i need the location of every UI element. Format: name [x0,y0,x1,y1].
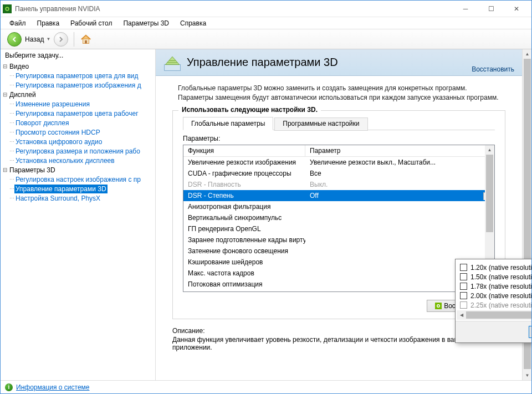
table-row[interactable]: Потоковая оптимизация [183,279,494,290]
cell-parameter [305,239,494,241]
menu-3d[interactable]: Параметры 3D [119,18,173,28]
table-row[interactable]: Кэширование шейдеров [183,257,494,268]
menu-edit[interactable]: Правка [33,18,64,28]
cell-function: Увеличение резкости изображения [183,158,305,167]
tab-program[interactable]: Программные настройки [274,117,367,131]
params-table: Функция Параметр Увеличение резкости изо… [183,145,495,292]
restore-defaults-link[interactable]: Восстановить [472,65,514,73]
tree-item[interactable]: ⋯Регулировка параметров цвета для вид [9,71,154,80]
table-row[interactable]: Макс. частота кадров [183,268,494,279]
cell-function: Макс. частота кадров [183,269,305,278]
back-label[interactable]: Назад [25,35,44,43]
column-parameter[interactable]: Параметр [305,145,494,156]
popup-option[interactable]: 2.00x (native resolution) [459,291,531,300]
back-dropdown-icon[interactable]: ▼ [46,37,50,42]
nvidia-mini-icon [435,303,442,309]
tree-item[interactable]: ⋯Изменение разрешения [9,99,154,109]
tab-global[interactable]: Глобальные параметры [183,117,273,130]
toolbar: Назад ▼ [1,29,531,49]
cell-function: CUDA - графические процессоры [183,169,305,178]
table-row[interactable]: Затенение фонового освещения [183,245,494,257]
checkbox[interactable] [460,301,467,309]
scroll-up-icon[interactable]: ▲ [485,145,494,155]
popup-hscrollbar[interactable]: ◀ ▶ [457,310,531,320]
tree-node-3d[interactable]: ⊟Параметры 3D [2,165,154,175]
tree-item[interactable]: ⋯Регулировка размера и положения рабо [9,146,154,156]
page-title: Управление параметрами 3D [187,56,338,69]
tree-item[interactable]: ⋯Установка цифрового аудио [9,137,154,146]
checkbox[interactable] [460,283,467,290]
scroll-up-icon[interactable]: ▲ [523,49,531,59]
cell-parameter[interactable]: Off⌄ [305,191,494,200]
popup-option[interactable]: 2.25x (native resolution) [459,300,531,310]
tree-item-selected[interactable]: ⋯Управление параметрами 3D [9,184,154,193]
tree-item[interactable]: ⋯Регулировка параметров цвета рабочег [9,109,154,118]
minimize-button[interactable]: ─ [453,1,478,17]
sidebar-header: Выберите задачу... [1,49,155,62]
tree-item[interactable]: ⋯Регулировка настроек изображения с пр [9,175,154,184]
cell-function: Кэширование шейдеров [183,258,305,267]
scroll-down-icon[interactable]: ▼ [523,371,531,380]
tree-item[interactable]: ⋯Просмотр состояния HDCP [9,127,154,137]
popup-option[interactable]: 1.78x (native resolution) [459,282,531,291]
scroll-thumb[interactable] [486,155,493,232]
checkbox[interactable] [460,273,467,280]
tree-item[interactable]: ⋯Настройка Surround, PhysX [9,193,154,203]
cell-parameter [305,217,494,218]
menubar: Файл Правка Рабочий стол Параметры 3D Сп… [1,17,531,29]
cell-function: Анизотропная фильтрация [183,202,305,211]
nvidia-icon [3,4,12,13]
window-title: Панель управления NVIDIA [15,5,453,13]
cell-parameter [305,250,494,252]
table-row[interactable]: DSR - СтепеньOff⌄ [183,190,494,201]
titlebar: Панель управления NVIDIA ─ ☐ ✕ [1,1,531,17]
svg-point-1 [6,8,8,10]
tree-item[interactable]: ⋯Поворот дисплея [9,118,154,127]
cell-function: Заранее подготовленные кадры вирту... [183,236,305,244]
cell-parameter [305,228,494,229]
popup-option[interactable]: 1.20x (native resolution) [459,263,531,272]
tree-node-display[interactable]: ⊟Дисплей [2,90,154,99]
popup-option[interactable]: 1.50x (native resolution) [459,272,531,282]
forward-button[interactable] [54,32,68,47]
hscroll-thumb[interactable] [466,311,531,319]
tree-item[interactable]: ⋯Установка нескольких дисплеев [9,156,154,165]
cell-parameter: Увеличение резкости выкл., Масштаби... [305,158,494,167]
tree-item[interactable]: ⋯Регулировка параметров изображения д [9,80,154,90]
column-function[interactable]: Функция [183,145,305,156]
cell-function: Затенение фонового освещения [183,247,305,255]
statusbar: i Информация о системе [1,380,531,393]
cell-function: DSR - Плавность [183,180,305,189]
table-row[interactable]: ГП рендеринга OpenGL [183,223,494,234]
page-description: Глобальные параметры 3D можно заменить и… [156,76,522,110]
info-icon: i [5,383,13,391]
home-icon[interactable] [80,33,92,45]
scroll-left-icon[interactable]: ◀ [457,310,466,320]
menu-help[interactable]: Справка [176,18,211,28]
cell-function: Потоковая оптимизация [183,280,305,289]
close-button[interactable]: ✕ [504,1,529,17]
back-button[interactable] [7,32,22,47]
checkbox[interactable] [460,264,467,271]
table-row[interactable]: Заранее подготовленные кадры вирту... [183,234,494,245]
table-row[interactable]: Увеличение резкости изображенияУвеличени… [183,157,494,168]
popup-list: 1.20x (native resolution) 1.50x (native … [456,259,531,310]
table-row[interactable]: CUDA - графические процессорыВсе [183,168,494,179]
system-info-link[interactable]: Информация о системе [16,383,89,391]
svg-point-9 [438,305,439,306]
page-header: Управление параметрами 3D Восстановить [156,49,522,76]
tree-node-video[interactable]: ⊟Видео [2,62,154,71]
cell-function: Вертикальный синхроимпульс [183,213,305,222]
maximize-button[interactable]: ☐ [478,1,504,17]
menu-desktop[interactable]: Рабочий стол [66,18,116,28]
task-tree: ⊟Видео ⋯Регулировка параметров цвета для… [1,62,155,380]
menu-file[interactable]: Файл [5,18,30,28]
sidebar: Выберите задачу... ⊟Видео ⋯Регулировка п… [1,49,156,380]
table-row[interactable]: Вертикальный синхроимпульс [183,212,494,223]
table-row[interactable]: Анизотропная фильтрация [183,201,494,212]
popup-ok-button[interactable]: OK [529,326,531,338]
cell-function: DSR - Степень [183,191,305,200]
table-row[interactable]: DSR - ПлавностьВыкл. [183,179,494,190]
checkbox[interactable] [460,292,467,299]
params-label: Параметры: [173,130,505,145]
